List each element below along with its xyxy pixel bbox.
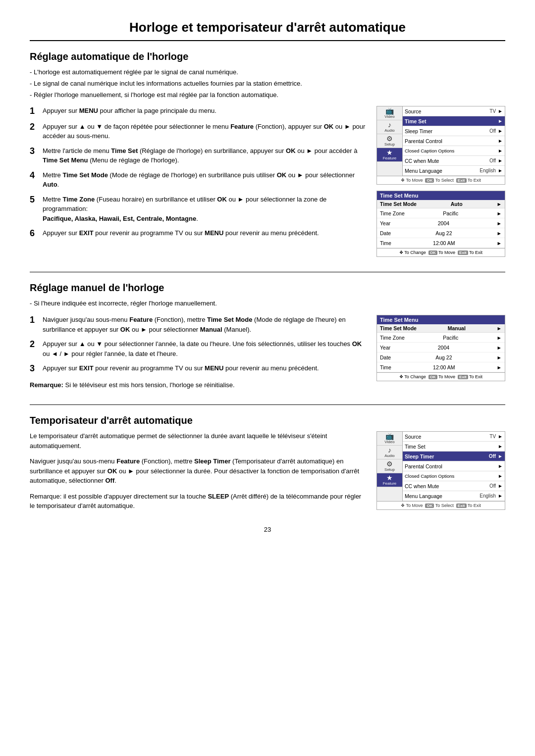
time-row-date-1: Date Aug 22 ► — [377, 228, 505, 238]
time-mode-value-1: Auto — [451, 201, 463, 207]
tv-row-timeset-1: Time Set ► — [403, 116, 505, 126]
manual-steps-left: 1 Naviguer jusqu'au sous-menu Feature (F… — [30, 315, 367, 390]
tv-row-cc-2: Closed Caption Options ► — [403, 471, 505, 481]
ok-icon-2: OK — [425, 504, 434, 508]
tv-icons-col-1: 📺 Video ♪ Audio ⚙ Setup ★ — [377, 106, 403, 176]
section-sleep-title: Temporisateur d'arrêt automatique — [30, 415, 505, 426]
step-number-1: 1 — [30, 106, 39, 117]
setup-label-2: Setup — [384, 467, 395, 472]
tv-menu-1: 📺 Video ♪ Audio ⚙ Setup ★ — [376, 106, 505, 185]
manual-step-text-2: Appuyer sur ▲ ou ▼ pour sélectionner l'a… — [43, 339, 367, 358]
time-year-label-2: Year — [380, 345, 390, 351]
tv-rows-col-1: Source TV ► Time Set ► Sleep Timer Off — [403, 106, 505, 176]
manual-step-number-1: 1 — [30, 315, 39, 334]
time-time-arrow-1: ► — [497, 240, 502, 246]
tv-row-parental-arrow-1: ► — [498, 138, 503, 144]
time-time-arrow-2: ► — [497, 364, 502, 370]
audio-label-1: Audio — [384, 128, 394, 133]
manual-note: Remarque: Si le téléviseur est mis hors … — [30, 380, 367, 390]
tv-icon-setup-2: ⚙ Setup — [377, 459, 402, 473]
time-menu-title-2: Time Set Menu — [377, 315, 505, 324]
time-menu-header-row-1: Time Set Mode Auto ► — [377, 200, 505, 208]
auto-step-3: 3 Mettre l'article de menu Time Set (Rég… — [30, 146, 367, 165]
time-zone-label-2: Time Zone — [380, 335, 405, 341]
manual-step-number-3: 3 — [30, 363, 39, 374]
time-time-label-2: Time — [380, 364, 391, 370]
manual-step-1: 1 Naviguer jusqu'au sous-menu Feature (F… — [30, 315, 367, 334]
tv-menu-header-1: 📺 Video ♪ Audio ⚙ Setup ★ — [377, 106, 505, 176]
tv-row-cc-1: Closed Caption Options ► — [403, 146, 505, 156]
time-zone-value-1: Pacific — [443, 210, 458, 216]
audio-label-2: Audio — [384, 454, 394, 458]
time-zone-arrow-2: ► — [497, 335, 502, 341]
time-row-time-1: Time 12:00 AM ► — [377, 238, 505, 248]
time-year-value-2: 2004 — [438, 345, 449, 351]
time-year-label-1: Year — [380, 220, 390, 226]
sleep-body1: Naviguer jusqu'au sous-menu Feature (Fon… — [30, 456, 367, 486]
time-row-time-2: Time 12:00 AM ► — [377, 362, 505, 372]
ok-icon-1: OK — [425, 178, 434, 183]
time-row-zone-2: Time Zone Pacific ► — [377, 333, 505, 343]
tv-row-sleep-arrow-1: ► — [498, 128, 503, 134]
time-date-arrow-2: ► — [497, 354, 502, 360]
video-icon-1: 📺 — [385, 107, 394, 114]
step-number-3: 3 — [30, 146, 39, 165]
tv-row-parental-label-2: Parental Control — [405, 463, 496, 469]
tv-icon-feature-1: ★ Feature — [377, 148, 402, 162]
tv-row-timeset-arrow-2: ► — [498, 444, 503, 449]
step-text-3: Mettre l'article de menu Time Set (Régla… — [43, 146, 367, 165]
time-row-zone-1: Time Zone Pacific ► — [377, 208, 505, 218]
tv-row-cc-label-1: Closed Caption Options — [405, 148, 496, 153]
tv-row-parental-arrow-2: ► — [498, 463, 503, 469]
tv-row-ccmute-arrow-2: ► — [498, 483, 503, 489]
tv-footer-1: ❖ To Move OK To Select Exit To Exit — [377, 176, 505, 184]
setup-label-1: Setup — [384, 142, 395, 147]
setup-icon-1: ⚙ — [386, 135, 393, 142]
auto-bullet-1: - L'horloge est automatiquement réglée p… — [30, 67, 505, 78]
auto-steps-container: 1 Appuyer sur MENU pour afficher la page… — [30, 106, 505, 257]
tv-row-lang-arrow-2: ► — [498, 493, 503, 499]
tv-row-sleep-value-2: Off — [489, 454, 496, 459]
auto-bullet-3: - Régler l'horloge manuellement, si l'ho… — [30, 90, 505, 101]
sleep-steps-right: 📺 Video ♪ Audio ⚙ Setup ★ — [376, 431, 505, 510]
time-year-arrow-2: ► — [497, 345, 502, 351]
auto-bullet-2: - Le signal de canal numérique inclut le… — [30, 79, 505, 89]
manual-step-2: 2 Appuyer sur ▲ ou ▼ pour sélectionner l… — [30, 339, 367, 358]
time-date-value-1: Aug 22 — [435, 230, 452, 236]
time-time-value-2: 12:00 AM — [433, 364, 455, 370]
sleep-steps-container: Le temporisateur d'arrêt automatique per… — [30, 431, 505, 511]
video-label-2: Video — [384, 440, 394, 444]
tv-row-source-arrow-2: ► — [498, 434, 503, 439]
time-date-arrow-1: ► — [497, 230, 502, 236]
tv-row-cc-arrow-1: ► — [498, 148, 503, 153]
tv-icon-video-2: 📺 Video — [377, 432, 402, 446]
tv-row-lang-label-2: Menu Language — [405, 493, 480, 499]
tv-menu-header-2: 📺 Video ♪ Audio ⚙ Setup ★ — [377, 432, 505, 501]
manual-step-text-1: Naviguer jusqu'au sous-menu Feature (Fon… — [43, 315, 367, 334]
tv-icons-col-2: 📺 Video ♪ Audio ⚙ Setup ★ — [377, 432, 403, 501]
time-time-value-1: 12:00 AM — [433, 240, 455, 246]
step-text-2: Appuyer sur ▲ ou ▼ de façon répétée pour… — [43, 122, 367, 141]
exit-icon-1: Exit — [456, 178, 467, 183]
time-row-date-2: Date Aug 22 ► — [377, 353, 505, 362]
setup-icon-2: ⚙ — [386, 460, 393, 467]
tv-row-sleep-label-1: Sleep Timer — [405, 128, 489, 134]
time-mode-label-2: Time Set Mode — [380, 325, 417, 331]
time-footer-1: ❖ To Change OK To Move Exit To Exit — [377, 248, 505, 256]
auto-steps-left: 1 Appuyer sur MENU pour afficher la page… — [30, 106, 367, 244]
tv-row-source-label-2: Source — [405, 434, 489, 440]
auto-step-1: 1 Appuyer sur MENU pour afficher la page… — [30, 106, 367, 117]
divider-2 — [30, 404, 505, 405]
tv-row-source-2: Source TV ► — [403, 432, 505, 442]
tv-row-parental-2: Parental Control ► — [403, 461, 505, 471]
manual-steps-container: 1 Naviguer jusqu'au sous-menu Feature (F… — [30, 315, 505, 390]
video-icon-2: 📺 — [385, 433, 394, 440]
divider-1 — [30, 272, 505, 272]
time-row-year-1: Year 2004 ► — [377, 218, 505, 228]
time-row-year-2: Year 2004 ► — [377, 343, 505, 353]
auto-step-5: 5 Mettre Time Zone (Fuseau horaire) en s… — [30, 195, 367, 224]
tv-rows-col-2: Source TV ► Time Set ► Sleep Timer Off — [403, 432, 505, 501]
tv-row-sleep-value-1: Off — [489, 128, 496, 134]
auto-step-2: 2 Appuyer sur ▲ ou ▼ de façon répétée po… — [30, 122, 367, 141]
time-zone-label-1: Time Zone — [380, 210, 405, 216]
